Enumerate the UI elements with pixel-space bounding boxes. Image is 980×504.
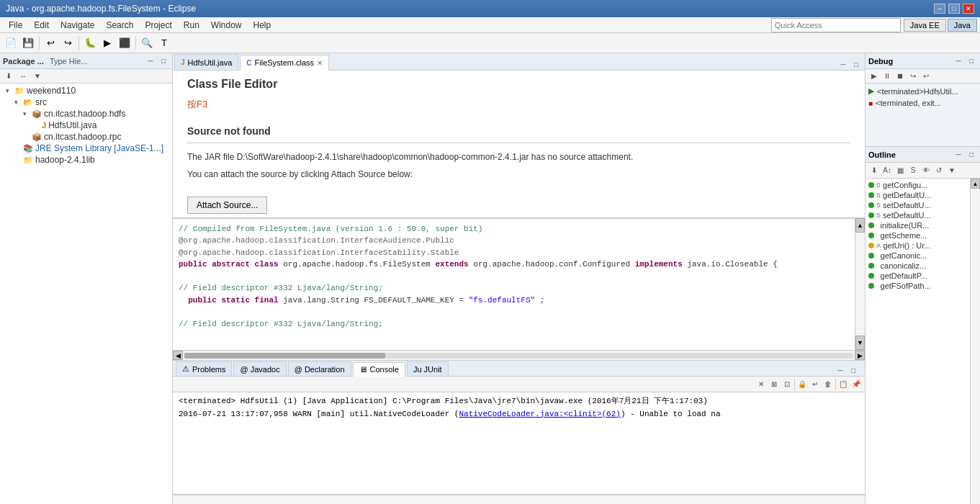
collapse-all-btn[interactable]: ⬇ xyxy=(3,71,14,82)
outline-item-4[interactable]: initialize(UR... xyxy=(868,220,967,230)
view-menu-btn[interactable]: ▼ xyxy=(32,71,43,82)
clear-btn[interactable]: 🗑 xyxy=(822,379,834,390)
maximize-editor-btn[interactable]: □ xyxy=(850,58,862,70)
bottom-hscrollbar[interactable] xyxy=(173,494,865,504)
run-button[interactable]: ▶ xyxy=(99,35,115,51)
tree-item-jre[interactable]: 📚 JRE System Library [JavaSE-1...] xyxy=(1,143,171,154)
outline-item-7[interactable]: getCanonic... xyxy=(868,251,967,261)
menu-search[interactable]: Search xyxy=(100,19,139,32)
menu-navigate[interactable]: Navigate xyxy=(55,19,100,32)
stop-button[interactable]: ⬛ xyxy=(117,35,132,51)
terminate-btn[interactable]: ✕ xyxy=(755,379,767,390)
tab-javadoc[interactable]: @ Javadoc xyxy=(233,361,286,376)
minimize-panel-btn[interactable]: ─ xyxy=(145,55,156,67)
scroll-down-btn[interactable]: ▼ xyxy=(855,336,865,350)
outline-hide-fields[interactable]: ▦ xyxy=(894,165,906,176)
debug-item-2[interactable]: ■ <terminated, exit... xyxy=(868,97,977,109)
link-editor-btn[interactable]: ↔ xyxy=(17,71,29,82)
type-hierarchy-tab[interactable]: Type Hie... xyxy=(50,57,88,66)
open-console-btn[interactable]: 📋 xyxy=(837,379,849,390)
package-explorer-tab[interactable]: Package ... xyxy=(3,57,44,66)
tab-filesystem[interactable]: C FileSystem.class ✕ xyxy=(240,55,329,71)
outline-menu[interactable]: ▼ xyxy=(946,165,958,176)
menu-edit[interactable]: Edit xyxy=(28,19,55,32)
outline-item-8[interactable]: canonicaliz... xyxy=(868,261,967,271)
debug-btn-5[interactable]: ↩ xyxy=(920,71,932,82)
min-outline-btn[interactable]: ─ xyxy=(953,149,964,161)
outline-hide-static[interactable]: S xyxy=(907,165,919,176)
tab-close-btn[interactable]: ✕ xyxy=(317,59,323,67)
outline-item-0[interactable]: S getConfigu... xyxy=(868,180,967,190)
debug-button[interactable]: 🐛 xyxy=(82,35,98,51)
tab-hdfsutil[interactable]: J HdfsUtil.java xyxy=(174,54,238,70)
outline-item-5[interactable]: getScheme... xyxy=(868,230,967,240)
quick-access-input[interactable] xyxy=(771,18,901,32)
tab-label: Problems xyxy=(192,365,225,374)
menu-window[interactable]: Window xyxy=(205,19,248,32)
perspective-java[interactable]: Java xyxy=(948,19,977,32)
outline-vscrollbar[interactable]: ▲ xyxy=(970,179,980,504)
tab-junit[interactable]: Ju JUnit xyxy=(407,361,449,376)
max-debug-btn[interactable]: □ xyxy=(966,55,977,67)
tab-problems[interactable]: ⚠ Problems xyxy=(176,361,232,376)
outline-item-10[interactable]: getFSofPath... xyxy=(868,281,967,291)
debug-btn-4[interactable]: ↪ xyxy=(907,71,919,82)
remove-all-btn[interactable]: ⊡ xyxy=(781,379,793,390)
outline-item-3[interactable]: S setDefaultU... xyxy=(868,210,967,220)
pin-console-btn[interactable]: 📌 xyxy=(850,379,862,390)
tree-item-weekend110[interactable]: ▾ 📁 weekend110 xyxy=(1,85,171,96)
tree-item-src[interactable]: ▾ 📂 src xyxy=(1,96,171,108)
new-button[interactable]: 📄 xyxy=(3,35,19,51)
debug-btn-2[interactable]: ⏸ xyxy=(881,71,893,82)
outline-hide-nonpublic[interactable]: 👁 xyxy=(920,165,932,176)
close-button[interactable]: ✕ xyxy=(963,4,974,14)
scroll-up-btn[interactable]: ▲ xyxy=(855,218,865,233)
open-type-button[interactable]: T xyxy=(156,35,172,51)
save-button[interactable]: 💾 xyxy=(20,35,36,51)
outline-item-1[interactable]: S getDefaultU... xyxy=(868,190,967,200)
tree-item-hadoop-lib[interactable]: 📁 hadoop-2.4.1lib xyxy=(1,154,171,166)
debug-item-label: <terminated>HdfsUtil... xyxy=(877,87,958,96)
scroll-left-btn[interactable]: ◀ xyxy=(173,351,183,360)
outline-sync[interactable]: ↺ xyxy=(933,165,945,176)
tree-item-hdfsutil[interactable]: J HdfsUtil.java xyxy=(1,120,171,131)
perspective-javaee[interactable]: Java EE xyxy=(904,19,946,32)
scroll-lock-btn[interactable]: 🔒 xyxy=(796,379,808,390)
menu-run[interactable]: Run xyxy=(178,19,205,32)
scroll-right-btn[interactable]: ▶ xyxy=(855,351,865,360)
min-bottom-btn[interactable]: ─ xyxy=(835,364,846,376)
outline-scroll-up[interactable]: ▲ xyxy=(971,179,980,189)
editor-hscrollbar[interactable]: ◀ ▶ xyxy=(173,350,865,360)
menu-file[interactable]: File xyxy=(3,19,28,32)
code-editor[interactable]: // Compiled from FileSystem.java (versio… xyxy=(173,218,855,351)
minimize-editor-btn[interactable]: ─ xyxy=(837,58,849,70)
outline-item-9[interactable]: getDefaultP... xyxy=(868,271,967,281)
max-bottom-btn[interactable]: □ xyxy=(848,364,859,376)
debug-btn-3[interactable]: ⏹ xyxy=(894,71,906,82)
redo-button[interactable]: ↪ xyxy=(60,35,76,51)
console-link[interactable]: NativeCodeLoader.java:<clinit>(62) xyxy=(459,410,620,418)
minimize-button[interactable]: ─ xyxy=(934,4,945,14)
tab-console[interactable]: 🖥 Console xyxy=(353,362,405,377)
maximize-panel-btn[interactable]: □ xyxy=(158,55,169,67)
attach-source-button[interactable]: Attach Source... xyxy=(187,197,267,214)
menu-project[interactable]: Project xyxy=(139,19,177,32)
maximize-button[interactable]: □ xyxy=(948,4,960,14)
debug-btn-1[interactable]: ▶ xyxy=(868,71,880,82)
remove-launch-btn[interactable]: ⊠ xyxy=(768,379,780,390)
max-outline-btn[interactable]: □ xyxy=(966,149,977,161)
tree-item-hdfs-package[interactable]: ▾ 📦 cn.itcast.hadoop.hdfs xyxy=(1,108,171,120)
outline-sort-alpha[interactable]: A↕ xyxy=(881,165,893,176)
word-wrap-btn[interactable]: ↵ xyxy=(809,379,821,390)
tree-item-rpc-package[interactable]: 📦 cn.itcast.hadoop.rpc xyxy=(1,131,171,143)
outline-item-6[interactable]: A getUri() : Ur... xyxy=(868,240,967,251)
outline-collapse[interactable]: ⬇ xyxy=(868,165,880,176)
search-button[interactable]: 🔍 xyxy=(139,35,155,51)
min-debug-btn[interactable]: ─ xyxy=(953,55,964,67)
debug-item-1[interactable]: ▶ <terminated>HdfsUtil... xyxy=(868,85,977,97)
tab-declaration[interactable]: @ Declaration xyxy=(288,361,351,376)
menu-help[interactable]: Help xyxy=(248,19,277,32)
code-vscrollbar[interactable]: ▲ ▼ xyxy=(855,218,865,351)
outline-item-2[interactable]: S setDefaultU... xyxy=(868,200,967,210)
undo-button[interactable]: ↩ xyxy=(42,35,58,51)
